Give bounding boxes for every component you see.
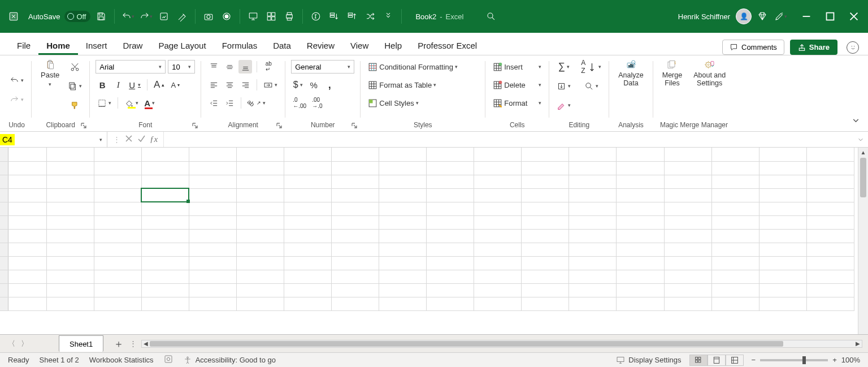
cell[interactable]	[141, 148, 189, 161]
prev-sheet-button[interactable]: 〈	[8, 339, 15, 349]
menu-tab-help[interactable]: Help	[376, 36, 410, 55]
cell[interactable]	[617, 270, 664, 283]
cell[interactable]	[189, 270, 236, 283]
cell[interactable]	[569, 161, 617, 175]
cell[interactable]	[141, 270, 189, 283]
cell[interactable]	[664, 270, 711, 283]
cell[interactable]	[379, 148, 427, 161]
cell[interactable]	[379, 175, 427, 188]
cell[interactable]	[759, 175, 806, 188]
italic-button[interactable]: I	[111, 78, 125, 92]
cell[interactable]	[189, 229, 236, 243]
sort-filter-button[interactable]: AZ▾	[579, 60, 603, 74]
redo-icon[interactable]: ▾	[138, 9, 153, 24]
normal-view-button[interactable]	[689, 355, 708, 366]
cell[interactable]	[331, 215, 379, 229]
cell[interactable]	[522, 161, 569, 175]
cell[interactable]	[474, 161, 522, 175]
align-center-button[interactable]	[223, 78, 236, 92]
cell[interactable]	[46, 243, 94, 256]
cell[interactable]	[759, 215, 806, 229]
cell[interactable]	[379, 229, 427, 243]
cell[interactable]	[427, 202, 474, 215]
cell[interactable]	[94, 283, 141, 297]
cell[interactable]	[331, 161, 379, 175]
cell[interactable]	[474, 148, 522, 161]
cell[interactable]	[711, 175, 759, 188]
cell[interactable]	[46, 161, 94, 175]
underline-button[interactable]: U▾	[127, 78, 142, 92]
cell[interactable]	[379, 215, 427, 229]
formula-input[interactable]	[164, 132, 853, 147]
cell[interactable]	[8, 215, 46, 229]
cell[interactable]	[427, 229, 474, 243]
cell[interactable]	[711, 283, 759, 297]
copy-button[interactable]: ▾	[66, 79, 84, 93]
cell[interactable]	[236, 297, 284, 310]
enter-formula-button[interactable]	[137, 135, 145, 144]
cell[interactable]	[0, 202, 8, 215]
cell[interactable]	[331, 202, 379, 215]
autosave-toggle[interactable]: AutoSave Off	[28, 11, 90, 22]
cell[interactable]	[617, 188, 664, 202]
cell[interactable]	[46, 270, 94, 283]
format-as-table-button[interactable]: Format as Table▾	[366, 78, 479, 92]
cell[interactable]	[8, 229, 46, 243]
cell[interactable]	[759, 243, 806, 256]
cell[interactable]	[522, 270, 569, 283]
cell[interactable]	[474, 229, 522, 243]
cell[interactable]	[522, 148, 569, 161]
more-quick-icon[interactable]	[381, 9, 396, 24]
cell[interactable]	[0, 270, 8, 283]
cell[interactable]	[569, 188, 617, 202]
merge-files-button[interactable]: Merge Files	[659, 58, 685, 90]
cell[interactable]	[617, 175, 664, 188]
cell[interactable]	[46, 283, 94, 297]
cell[interactable]	[189, 256, 236, 270]
menu-tab-insert[interactable]: Insert	[78, 36, 115, 55]
cell[interactable]	[379, 297, 427, 310]
cell[interactable]	[806, 270, 854, 283]
sheet-tab-split[interactable]: ⋮	[129, 339, 137, 348]
cell[interactable]	[427, 283, 474, 297]
cell[interactable]	[522, 256, 569, 270]
cell[interactable]	[711, 297, 759, 310]
paste-button[interactable]: Paste▾	[37, 58, 63, 90]
redo-button[interactable]: ▾	[8, 93, 25, 106]
cell[interactable]	[522, 188, 569, 202]
cell[interactable]	[236, 188, 284, 202]
cell[interactable]	[8, 256, 46, 270]
cell[interactable]	[617, 243, 664, 256]
cell[interactable]	[806, 148, 854, 161]
comma-button[interactable]: ,	[323, 78, 336, 92]
cell[interactable]	[474, 202, 522, 215]
align-left-button[interactable]	[207, 78, 220, 92]
format-cells-button[interactable]: Format ▾	[491, 96, 543, 110]
cell[interactable]	[236, 229, 284, 243]
cell[interactable]	[569, 256, 617, 270]
cell[interactable]	[331, 283, 379, 297]
wrap-text-button[interactable]: ab↵	[262, 60, 275, 74]
cell[interactable]	[236, 148, 284, 161]
cell[interactable]	[189, 283, 236, 297]
vertical-scrollbar[interactable]: ▲	[858, 148, 868, 334]
cell[interactable]	[474, 175, 522, 188]
cell[interactable]	[141, 243, 189, 256]
cell-grid[interactable]	[0, 148, 858, 334]
borders-button[interactable]: ▾	[96, 96, 113, 110]
cell[interactable]	[8, 161, 46, 175]
cell[interactable]	[94, 148, 141, 161]
cell[interactable]	[474, 188, 522, 202]
cell[interactable]	[94, 202, 141, 215]
minimize-button[interactable]	[801, 11, 811, 21]
cell[interactable]	[8, 148, 46, 161]
cut-button[interactable]	[66, 60, 84, 74]
cell[interactable]	[94, 215, 141, 229]
fx-icon[interactable]: ƒx	[150, 135, 158, 144]
feedback-icon[interactable]	[847, 41, 859, 54]
cell[interactable]	[522, 202, 569, 215]
cell[interactable]	[236, 283, 284, 297]
horizontal-scrollbar[interactable]: ◀ ▶	[141, 340, 862, 348]
cell[interactable]	[46, 297, 94, 310]
cell[interactable]	[474, 243, 522, 256]
